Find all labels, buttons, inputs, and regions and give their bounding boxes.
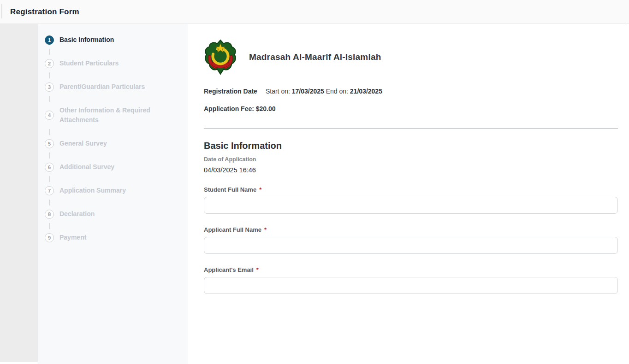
step-3-circle: 3 bbox=[45, 82, 54, 92]
step-connector bbox=[45, 219, 183, 233]
stepper-item-additional-survey[interactable]: 6 Additional Survey bbox=[45, 162, 183, 172]
page-title: Registration Form bbox=[10, 7, 79, 17]
step-5-circle: 5 bbox=[45, 139, 54, 148]
step-connector bbox=[45, 92, 183, 106]
stepper-item-general-survey[interactable]: 5 General Survey bbox=[45, 139, 183, 148]
step-connector bbox=[45, 172, 183, 186]
step-7-circle: 7 bbox=[45, 186, 54, 195]
step-connector bbox=[45, 148, 183, 162]
registration-end-date: 21/03/2025 bbox=[350, 88, 382, 95]
section-title: Basic Information bbox=[204, 141, 618, 151]
step-connector bbox=[45, 195, 183, 209]
step-6-label: Additional Survey bbox=[59, 162, 114, 172]
application-fee-row: Application Fee: $20.00 bbox=[204, 105, 618, 112]
applicant-email-label: Applicant's Email* bbox=[204, 266, 618, 273]
registration-end-label: End on: bbox=[326, 88, 348, 95]
school-name: Madrasah Al-Maarif Al-Islamiah bbox=[249, 52, 381, 62]
step-connector bbox=[45, 125, 183, 139]
registration-date-row: Registration Date Start on: 17/03/2025 E… bbox=[204, 88, 618, 95]
applicant-full-name-input[interactable] bbox=[204, 237, 618, 254]
applicant-full-name-group: Applicant Full Name* bbox=[204, 226, 618, 254]
step-6-circle: 6 bbox=[45, 163, 54, 172]
required-asterisk: * bbox=[259, 186, 261, 193]
application-fee-value: $20.00 bbox=[256, 105, 276, 112]
required-asterisk: * bbox=[256, 266, 259, 273]
step-connector bbox=[45, 68, 183, 82]
main-content: Madrasah Al-Maarif Al-Islamiah Registrat… bbox=[188, 24, 629, 364]
step-1-label: Basic Information bbox=[59, 35, 114, 45]
step-2-label: Student Particulars bbox=[59, 59, 119, 68]
stepper-item-declaration[interactable]: 8 Declaration bbox=[45, 209, 183, 219]
right-edge-line bbox=[626, 24, 626, 364]
date-of-application-label: Date of Application bbox=[204, 156, 618, 163]
applicant-email-input[interactable] bbox=[204, 277, 618, 294]
stepper-sidebar: 1 Basic Information 2 Student Particular… bbox=[38, 24, 188, 364]
topbar: Registration Form bbox=[0, 0, 629, 24]
applicant-email-group: Applicant's Email* bbox=[204, 266, 618, 294]
registration-date-label: Registration Date bbox=[204, 88, 257, 95]
date-of-application-value: 04/03/2025 16:46 bbox=[204, 166, 618, 174]
step-connector bbox=[45, 45, 183, 59]
stepper-item-parent-guardian-particulars[interactable]: 3 Parent/Guardian Particulars bbox=[45, 82, 183, 92]
stepper-item-student-particulars[interactable]: 2 Student Particulars bbox=[45, 59, 183, 68]
registration-start-date: 17/03/2025 bbox=[292, 88, 324, 95]
step-2-circle: 2 bbox=[45, 59, 54, 68]
registration-start-label: Start on: bbox=[266, 88, 290, 95]
applicant-full-name-label: Applicant Full Name* bbox=[204, 226, 618, 233]
step-5-label: General Survey bbox=[59, 139, 107, 148]
school-header: Madrasah Al-Maarif Al-Islamiah bbox=[204, 39, 618, 75]
application-fee-label: Application Fee: bbox=[204, 105, 254, 112]
stepper-item-basic-information[interactable]: 1 Basic Information bbox=[45, 35, 183, 45]
student-full-name-label: Student Full Name* bbox=[204, 186, 618, 193]
student-full-name-group: Student Full Name* bbox=[204, 186, 618, 214]
stepper-item-other-information-attachments[interactable]: 4 Other Information & Required Attachmen… bbox=[45, 106, 183, 125]
stepper-list: 1 Basic Information 2 Student Particular… bbox=[38, 24, 188, 242]
step-1-circle: 1 bbox=[45, 35, 54, 45]
step-4-circle: 4 bbox=[45, 111, 54, 120]
school-crest-icon bbox=[204, 39, 237, 75]
step-8-circle: 8 bbox=[45, 210, 54, 219]
stepper-item-application-summary[interactable]: 7 Application Summary bbox=[45, 186, 183, 195]
step-9-circle: 9 bbox=[45, 233, 54, 242]
step-4-label: Other Information & Required Attachments bbox=[59, 106, 157, 125]
required-asterisk: * bbox=[264, 226, 267, 233]
left-rail bbox=[0, 24, 38, 362]
step-3-label: Parent/Guardian Particulars bbox=[59, 82, 145, 92]
stepper-item-payment[interactable]: 9 Payment bbox=[45, 233, 183, 242]
student-full-name-input[interactable] bbox=[204, 197, 618, 214]
step-8-label: Declaration bbox=[59, 209, 95, 219]
step-7-label: Application Summary bbox=[59, 186, 126, 195]
step-9-label: Payment bbox=[59, 233, 86, 242]
section-divider bbox=[204, 128, 618, 129]
topbar-accent-bar bbox=[1, 4, 2, 18]
